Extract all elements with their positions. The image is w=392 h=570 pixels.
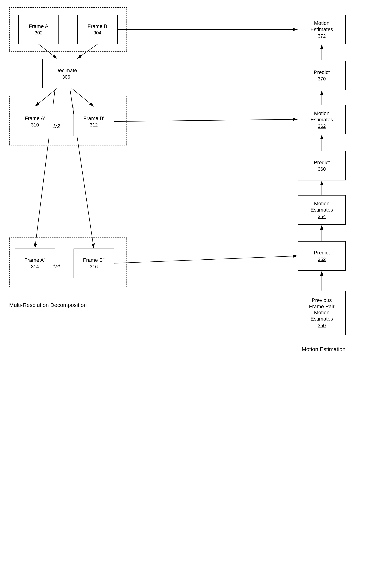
predict-352-box: Predict 352 — [298, 241, 346, 271]
prev-frame-pair-box: PreviousFrame PairMotionEstimates 350 — [298, 291, 346, 335]
motion-est-354-box: MotionEstimates 354 — [298, 195, 346, 225]
decimate-label: Decimate — [55, 67, 77, 74]
frame-a2-box: Frame A" 314 — [15, 249, 55, 278]
predict-352-label: Predict — [314, 250, 330, 256]
frame-b-box: Frame B 304 — [77, 15, 118, 44]
frame-a2-label: Frame A" — [24, 257, 46, 263]
multi-resolution-caption: Multi-Resolution Decomposition — [9, 302, 138, 308]
motion-est-362-label: MotionEstimates — [310, 110, 333, 123]
motion-est-362-ref: 362 — [318, 123, 326, 129]
motion-estimation-caption: Motion Estimation — [291, 346, 357, 352]
predict-370-ref: 370 — [318, 76, 326, 82]
frame-a-ref: 302 — [35, 30, 42, 36]
frame-a-label: Frame A — [29, 23, 48, 30]
frame-b2-label: Frame B" — [83, 257, 104, 263]
svg-line-7 — [114, 119, 297, 121]
motion-est-362-box: MotionEstimates 362 — [298, 105, 346, 135]
frame-b1-box: Frame B' 312 — [73, 107, 114, 136]
predict-360-ref: 360 — [318, 166, 326, 172]
frame-b-label: Frame B — [87, 23, 107, 30]
motion-est-372-ref: 372 — [318, 33, 326, 39]
frame-b1-label: Frame B' — [84, 115, 104, 121]
predict-370-box: Predict 370 — [298, 61, 346, 90]
prev-frame-pair-label: PreviousFrame PairMotionEstimates — [309, 297, 335, 322]
motion-est-372-label: MotionEstimates — [310, 20, 333, 32]
predict-360-box: Predict 360 — [298, 151, 346, 180]
frame-a1-box: Frame A' 310 — [15, 107, 55, 136]
frame-b2-box: Frame B" 316 — [73, 249, 114, 278]
frame-b1-ref: 312 — [90, 122, 98, 128]
svg-line-8 — [114, 256, 297, 263]
frame-a1-label: Frame A' — [25, 115, 45, 121]
frame-a-box: Frame A 302 — [18, 15, 59, 44]
motion-est-372-box: MotionEstimates 372 — [298, 15, 346, 44]
fraction-quarter: 1/4 — [52, 263, 60, 270]
motion-est-354-ref: 354 — [318, 214, 326, 219]
frame-b-ref: 304 — [93, 30, 101, 36]
predict-352-ref: 352 — [318, 256, 326, 262]
predict-370-label: Predict — [314, 69, 330, 75]
frame-a1-ref: 310 — [31, 122, 39, 128]
prev-frame-pair-ref: 350 — [318, 323, 326, 329]
decimate-box: Decimate 306 — [42, 59, 90, 88]
frame-b2-ref: 316 — [90, 264, 98, 270]
frame-a2-ref: 314 — [31, 264, 39, 270]
motion-est-354-label: MotionEstimates — [310, 200, 333, 213]
fraction-half: 1/2 — [52, 123, 60, 129]
predict-360-label: Predict — [314, 159, 330, 166]
decimate-ref: 306 — [62, 74, 70, 80]
diagram-container: Frame A 302 Frame B 304 Decimate 306 Fra… — [0, 0, 392, 570]
